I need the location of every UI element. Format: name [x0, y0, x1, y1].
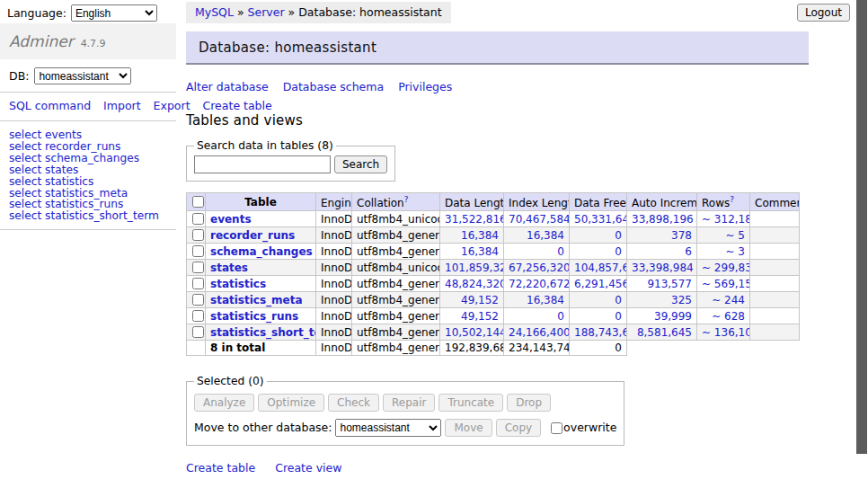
column-header-collation: Collation? — [352, 193, 440, 211]
copy-button[interactable]: Copy — [496, 419, 541, 437]
row-checkbox[interactable] — [192, 294, 204, 306]
sidebar-select-schema_changes[interactable]: select schema_changes — [9, 153, 167, 164]
analyze-button[interactable]: Analyze — [194, 394, 254, 412]
table-link-statistics_meta[interactable]: statistics_meta — [210, 294, 303, 306]
table-link-states[interactable]: states — [210, 262, 248, 274]
row-checkbox[interactable] — [192, 213, 204, 225]
table-name-cell: statistics_short_term — [206, 324, 316, 341]
engine-cell: InnoDB — [316, 227, 352, 244]
select-all-checkbox[interactable] — [192, 196, 204, 208]
move-database-select[interactable]: homeassistant — [335, 419, 441, 437]
rows-cell: ~ 5 — [697, 227, 750, 244]
breadcrumb-current: Database: homeassistant — [298, 5, 441, 19]
table-row: statisticsInnoDButf8mb4_general_ci48,824… — [187, 276, 800, 292]
breadcrumb-server-link[interactable]: Server — [248, 5, 285, 19]
sidebar-select-statistics_short_term[interactable]: select statistics_short_term — [9, 210, 167, 222]
sidebar-actions: SQL commandImportExportCreate table — [0, 93, 171, 120]
search-button[interactable]: Search — [334, 155, 387, 173]
vertical-scrollbar[interactable] — [855, 0, 868, 488]
auto-increment-cell: 6 — [627, 244, 697, 260]
table-row: schema_changesInnoDButf8mb4_general_ci16… — [187, 244, 800, 260]
rows-cell: ~ 628 — [697, 308, 750, 324]
check-button[interactable]: Check — [328, 394, 379, 412]
tables-and-views-heading: Tables and views — [186, 112, 809, 129]
footer-checkbox-cell — [187, 341, 206, 356]
data-free-cell: 0 — [570, 308, 627, 324]
row-checkbox[interactable] — [192, 310, 204, 322]
engine-cell: InnoDB — [316, 260, 352, 276]
sidebar-select-events[interactable]: select events — [9, 129, 167, 141]
move-button[interactable]: Move — [445, 419, 492, 437]
sidebar-select-recorder_runs[interactable]: select recorder_runs — [9, 141, 167, 153]
language-label: Language: — [7, 6, 66, 20]
row-checkbox[interactable] — [192, 278, 204, 289]
language-select[interactable]: English — [71, 4, 157, 22]
auto-increment-cell: 378 — [627, 227, 697, 244]
collation-cell: utf8mb4_general_ci — [352, 227, 440, 244]
table-link-statistics_short_term[interactable]: statistics_short_term — [210, 326, 316, 339]
comment-cell — [750, 227, 800, 244]
column-header-table: Table — [206, 193, 316, 211]
auto-increment-cell: 39,999 — [627, 308, 697, 324]
truncate-button[interactable]: Truncate — [438, 394, 503, 412]
data-free-cell: 6,291,456 — [570, 276, 627, 292]
engine-cell: InnoDB — [316, 292, 352, 308]
table-name-cell: schema_changes — [206, 244, 316, 260]
table-link-statistics[interactable]: statistics — [210, 278, 266, 290]
row-checkbox-cell — [187, 276, 206, 292]
language-bar: Language:English — [7, 4, 157, 22]
table-link-statistics_runs[interactable]: statistics_runs — [210, 310, 298, 323]
sidebar-table-links: select eventsselect recorder_runsselect … — [0, 121, 176, 229]
scrollbar-thumb[interactable] — [856, 0, 867, 454]
footer-blank-cell — [627, 341, 697, 356]
help-link[interactable]: ? — [730, 195, 734, 204]
select-all-cell — [187, 193, 206, 211]
row-checkbox[interactable] — [192, 326, 204, 338]
overwrite-checkbox[interactable] — [551, 422, 562, 434]
search-input[interactable] — [194, 155, 331, 173]
breadcrumb-separator: » — [237, 5, 244, 19]
rows-cell: ~ 299,833 — [697, 260, 750, 276]
sidebar-select-states[interactable]: select states — [9, 164, 167, 176]
row-checkbox[interactable] — [192, 262, 204, 273]
optimize-button[interactable]: Optimize — [258, 394, 324, 412]
collation-cell: utf8mb4_general_ci — [352, 244, 440, 260]
row-checkbox-cell — [187, 324, 206, 341]
repair-button[interactable]: Repair — [383, 394, 435, 412]
row-checkbox-cell — [187, 308, 206, 324]
sidebar-action-export[interactable]: Export — [154, 99, 190, 112]
table-name-cell: statistics_meta — [206, 292, 316, 308]
db-select[interactable]: homeassistant — [34, 67, 131, 84]
index-length-cell: 70,467,584 — [504, 211, 570, 227]
db-link-alter-database[interactable]: Alter database — [186, 80, 269, 93]
row-checkbox[interactable] — [192, 229, 204, 241]
comment-cell — [750, 308, 800, 324]
table-name-cell: events — [206, 211, 316, 227]
index-length-cell: 16,384 — [504, 227, 570, 244]
engine-cell: InnoDB — [316, 324, 352, 341]
database-links: Alter databaseDatabase schemaPrivileges — [186, 80, 809, 93]
data-free-cell: 188,743,680 — [570, 324, 627, 341]
help-link[interactable]: ? — [404, 195, 409, 204]
create-link-create-view[interactable]: Create view — [275, 461, 341, 475]
sidebar-action-sql-command[interactable]: SQL command — [9, 99, 91, 112]
sidebar-action-import[interactable]: Import — [103, 99, 141, 112]
drop-button[interactable]: Drop — [507, 394, 551, 412]
create-link-create-table[interactable]: Create table — [186, 461, 255, 475]
footer-engine-cell: InnoDB — [316, 341, 352, 356]
db-link-database-schema[interactable]: Database schema — [283, 80, 384, 93]
data-length-cell: 16,384 — [440, 227, 504, 244]
breadcrumb-mysql-link[interactable]: MySQL — [195, 5, 234, 19]
search-legend: Search data in tables (8) — [194, 139, 336, 152]
db-link-privileges[interactable]: Privileges — [398, 80, 452, 93]
table-link-events[interactable]: events — [210, 213, 252, 226]
rows-cell: ~ 312,180 — [697, 211, 750, 227]
footer-blank-cell — [750, 341, 800, 356]
table-link-recorder_runs[interactable]: recorder_runs — [210, 229, 295, 242]
sidebar-select-statistics[interactable]: select statistics — [9, 176, 167, 188]
collation-cell: utf8mb4_general_ci — [352, 324, 440, 341]
table-row: statistics_metaInnoDButf8mb4_general_ci4… — [187, 292, 800, 308]
table-link-schema_changes[interactable]: schema_changes — [210, 245, 313, 258]
create-links: Create tableCreate view — [186, 461, 809, 475]
row-checkbox[interactable] — [192, 245, 204, 257]
